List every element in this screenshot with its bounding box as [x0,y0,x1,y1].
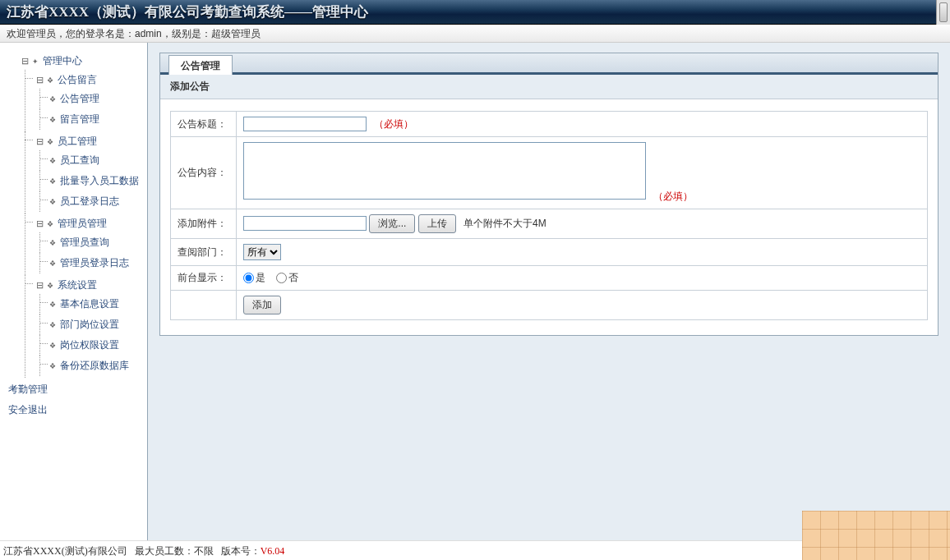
footer-ver-value: V6.04 [261,545,285,557]
link-attendance[interactable]: 考勤管理 [5,379,144,400]
label-show: 前台显示： [171,266,237,291]
leaf-icon: ❖ [49,317,58,333]
tree-emp-query[interactable]: 员工查询 [60,154,99,166]
upload-button[interactable]: 上传 [418,214,456,233]
attach-path-input[interactable] [243,216,367,231]
tree-dept-settings[interactable]: 部门岗位设置 [60,319,119,330]
tree-emp-import[interactable]: 批量导入员工数据 [60,175,139,186]
tree-admin-log[interactable]: 管理员登录日志 [60,257,129,269]
tree-employee[interactable]: 员工管理 [58,135,97,147]
tab-strip: 公告管理 [160,53,938,75]
welcome-level: 超级管理员 [211,28,261,39]
node-icon: ❖ [47,72,55,89]
collapse-icon[interactable]: ⊟ [35,215,44,232]
welcome-bar: 欢迎管理员，您的登录名是：admin，级别是：超级管理员 [0,25,950,43]
tree-admin-query[interactable]: 管理员查询 [60,236,109,248]
radio-yes-label: 是 [256,272,265,283]
node-icon: ❖ [47,278,55,294]
leaf-icon: ❖ [49,194,58,210]
collapse-icon[interactable]: ⊟ [35,133,44,149]
welcome-level-prefix: ，级别是： [162,28,211,39]
tree-backup[interactable]: 备份还原数据库 [60,360,129,371]
tree-root[interactable]: 管理中心 [43,55,82,67]
nav-tree: ⊟✦ 管理中心 ⊟❖ 公告留言 ❖ 公告管理 ❖ 留言管理 ⊟❖ [5,51,144,420]
tree-emp-log[interactable]: 员工登录日志 [60,195,119,207]
app-header: 江苏省XXXX（测试）有限公司考勤查询系统——管理中心 [0,0,950,25]
radio-no[interactable] [276,273,287,283]
node-icon: ✦ [32,53,40,70]
app-title: 江苏省XXXX（测试）有限公司考勤查询系统——管理中心 [7,4,368,20]
attach-hint: 单个附件不大于4M [463,218,546,229]
tree-perm-settings[interactable]: 岗位权限设置 [60,339,119,351]
tree-basic-settings[interactable]: 基本信息设置 [60,298,119,310]
collapse-icon[interactable]: ⊟ [20,53,30,69]
tree-message-manage[interactable]: 留言管理 [60,113,99,125]
footer-ver-label: 版本号： [221,545,261,557]
link-logout[interactable]: 安全退出 [5,400,144,420]
footer: 江苏省XXXX(测试)有限公司 最大员工数：不限 版本号：V6.04 [0,540,950,560]
leaf-icon: ❖ [49,173,58,190]
tree-announcements[interactable]: 公告留言 [58,74,97,85]
collapse-icon[interactable]: ⊟ [35,71,44,88]
label-title: 公告标题： [171,112,237,137]
leaf-icon: ❖ [49,358,58,374]
tree-settings[interactable]: 系统设置 [58,279,97,291]
main-area: 公告管理 添加公告 公告标题： （必填） 公告内容： [148,43,950,540]
content-panel: 公告管理 添加公告 公告标题： （必填） 公告内容： [159,53,938,336]
tree-announce-manage[interactable]: 公告管理 [60,93,99,104]
leaf-icon: ❖ [49,91,58,108]
leaf-icon: ❖ [49,337,58,354]
content-textarea[interactable] [243,142,646,200]
welcome-username: admin [135,28,162,39]
announce-form: 公告标题： （必填） 公告内容： （必填） [170,111,928,320]
node-icon: ❖ [47,216,55,232]
leaf-icon: ❖ [49,112,58,128]
dept-select[interactable]: 所有 [243,244,281,260]
node-icon: ❖ [47,134,55,150]
sidebar: ⊟✦ 管理中心 ⊟❖ 公告留言 ❖ 公告管理 ❖ 留言管理 ⊟❖ [0,43,148,540]
label-empty [171,291,237,320]
decorative-thumbnail [802,511,950,560]
required-hint: （必填） [653,190,693,202]
welcome-prefix: 欢迎管理员，您的登录名是： [7,28,135,39]
collapse-icon[interactable]: ⊟ [35,277,44,293]
title-input[interactable] [243,117,367,131]
footer-company: 江苏省XXXX(测试)有限公司 [3,545,127,557]
radio-yes[interactable] [243,273,254,283]
section-title: 添加公告 [160,75,938,99]
submit-button[interactable]: 添加 [243,296,281,314]
leaf-icon: ❖ [49,153,58,169]
leaf-icon: ❖ [49,255,58,272]
label-content: 公告内容： [171,137,237,209]
required-hint: （必填） [374,118,413,130]
tree-admin[interactable]: 管理员管理 [58,218,107,229]
label-dept: 查阅部门： [171,239,237,266]
leaf-icon: ❖ [49,235,58,251]
scrollbar-vertical[interactable] [936,0,950,25]
label-attach: 添加附件： [171,209,237,239]
browse-button[interactable]: 浏览... [369,214,415,233]
leaf-icon: ❖ [49,296,58,313]
radio-no-label: 否 [288,272,298,283]
footer-max-label: 最大员工数： [135,545,194,557]
footer-max-value: 不限 [194,545,214,557]
tab-announce-manage[interactable]: 公告管理 [168,55,233,75]
